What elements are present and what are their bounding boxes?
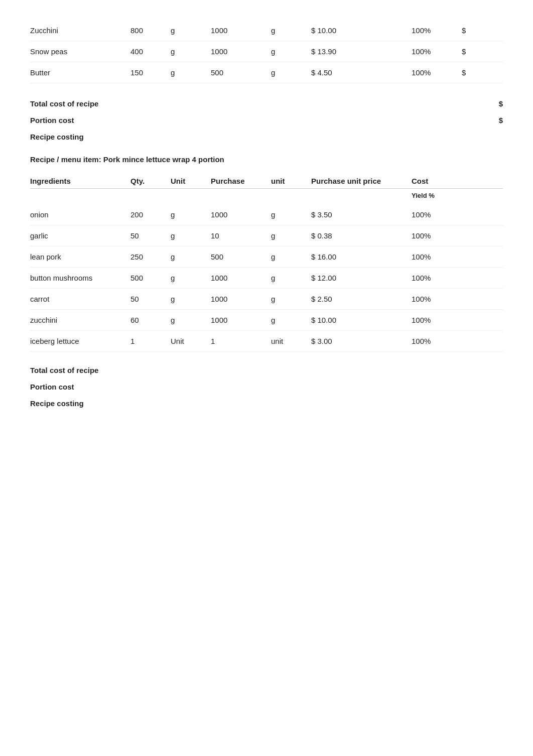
- top-table-body: Zucchini 800 g 1000 g $ 10.00 100% $ Sno…: [30, 20, 503, 83]
- unit: g: [171, 231, 211, 240]
- qty: 500: [130, 274, 171, 282]
- unit: g: [171, 47, 211, 56]
- second-total-cost-row: Total cost of recipe: [30, 362, 503, 379]
- table-row: onion 200 g 1000 g $ 3.50 100%: [30, 204, 503, 225]
- yield-subheader: Yield %: [30, 189, 503, 204]
- yield-pct: 100%: [412, 210, 462, 219]
- table-row: carrot 50 g 1000 g $ 2.50 100%: [30, 289, 503, 310]
- unit-price: $ 2.50: [311, 295, 412, 303]
- purchase-unit: g: [271, 316, 311, 324]
- ingredient-name: garlic: [30, 231, 130, 240]
- unit: g: [171, 210, 211, 219]
- purchase-unit: g: [271, 253, 311, 261]
- purchase: 10: [211, 231, 271, 240]
- qty: 250: [130, 253, 171, 261]
- table-row: iceberg lettuce 1 Unit 1 unit $ 3.00 100…: [30, 331, 503, 352]
- yield-pct: 100%: [412, 26, 462, 35]
- purchase: 500: [211, 68, 271, 77]
- ingredient-name: Zucchini: [30, 26, 130, 35]
- header-qty: Qty.: [130, 177, 171, 185]
- unit: g: [171, 295, 211, 303]
- unit-price: $ 10.00: [311, 26, 412, 35]
- second-total-cost-label: Total cost of recipe: [30, 366, 98, 374]
- second-table-body: onion 200 g 1000 g $ 3.50 100% garlic 50…: [30, 204, 503, 352]
- top-recipe-costing: Recipe costing: [30, 129, 503, 145]
- purchase-unit: g: [271, 210, 311, 219]
- cost: $: [462, 68, 502, 77]
- unit-price: $ 12.00: [311, 274, 412, 282]
- qty: 60: [130, 316, 171, 324]
- second-recipe-costing: Recipe costing: [30, 395, 503, 412]
- table-row: Butter 150 g 500 g $ 4.50 100% $: [30, 62, 503, 83]
- purchase-unit: g: [271, 47, 311, 56]
- purchase-unit: g: [271, 231, 311, 240]
- qty: 50: [130, 295, 171, 303]
- top-portion-cost-value: $: [499, 116, 503, 124]
- header-unit: Unit: [171, 177, 211, 185]
- top-recipe-costing-label: Recipe costing: [30, 133, 84, 141]
- purchase-unit: g: [271, 274, 311, 282]
- yield-pct: 100%: [412, 231, 462, 240]
- purchase: 1000: [211, 295, 271, 303]
- unit: g: [171, 26, 211, 35]
- unit: g: [171, 253, 211, 261]
- ingredient-name: iceberg lettuce: [30, 337, 130, 345]
- ingredient-name: zucchini: [30, 316, 130, 324]
- header-purchase: Purchase: [211, 177, 271, 185]
- second-portion-cost-row: Portion cost: [30, 379, 503, 395]
- header-cost: Cost: [412, 177, 462, 185]
- purchase-unit: unit: [271, 337, 311, 345]
- qty: 1: [130, 337, 171, 345]
- top-portion-cost-row: Portion cost $: [30, 112, 503, 129]
- qty: 150: [130, 68, 171, 77]
- table-row: Snow peas 400 g 1000 g $ 13.90 100% $: [30, 41, 503, 62]
- header-purchase-unit-price: Purchase unit price: [311, 177, 412, 185]
- purchase: 1000: [211, 26, 271, 35]
- qty: 50: [130, 231, 171, 240]
- unit-price: $ 16.00: [311, 253, 412, 261]
- purchase: 1000: [211, 210, 271, 219]
- yield-pct: 100%: [412, 337, 462, 345]
- header-ingredients: Ingredients: [30, 177, 130, 185]
- purchase-unit: g: [271, 26, 311, 35]
- unit: g: [171, 68, 211, 77]
- purchase: 1000: [211, 316, 271, 324]
- table-row: lean pork 250 g 500 g $ 16.00 100%: [30, 246, 503, 268]
- table-row: garlic 50 g 10 g $ 0.38 100%: [30, 225, 503, 246]
- top-total-cost-value: $: [499, 99, 503, 108]
- qty: 800: [130, 26, 171, 35]
- yield-pct: 100%: [412, 316, 462, 324]
- top-table: Zucchini 800 g 1000 g $ 10.00 100% $ Sno…: [30, 20, 503, 145]
- unit-price: $ 13.90: [311, 47, 412, 56]
- top-portion-cost-label: Portion cost: [30, 116, 74, 124]
- top-total-cost-row: Total cost of recipe $: [30, 95, 503, 112]
- recipe-title: Recipe / menu item: Pork mince lettuce w…: [30, 155, 503, 164]
- purchase: 500: [211, 253, 271, 261]
- purchase: 1000: [211, 274, 271, 282]
- ingredient-name: Snow peas: [30, 47, 130, 56]
- second-summary: Total cost of recipe Portion cost Recipe…: [30, 362, 503, 412]
- purchase: 1000: [211, 47, 271, 56]
- unit-price: $ 10.00: [311, 316, 412, 324]
- top-total-cost-label: Total cost of recipe: [30, 99, 98, 108]
- ingredient-name: Butter: [30, 68, 130, 77]
- purchase: 1: [211, 337, 271, 345]
- yield-pct: 100%: [412, 274, 462, 282]
- unit-price: $ 0.38: [311, 231, 412, 240]
- yield-pct: 100%: [412, 295, 462, 303]
- yield-pct: 100%: [412, 47, 462, 56]
- yield-pct: 100%: [412, 253, 462, 261]
- yield-pct-label: Yield %: [412, 192, 462, 199]
- purchase-unit: g: [271, 68, 311, 77]
- unit: g: [171, 316, 211, 324]
- second-portion-cost-label: Portion cost: [30, 383, 74, 391]
- purchase-unit: g: [271, 295, 311, 303]
- qty: 400: [130, 47, 171, 56]
- unit-price: $ 4.50: [311, 68, 412, 77]
- header-yield: [462, 177, 502, 185]
- table-header: Ingredients Qty. Unit Purchase unit Purc…: [30, 172, 503, 189]
- unit-price: $ 3.50: [311, 210, 412, 219]
- unit-price: $ 3.00: [311, 337, 412, 345]
- second-recipe-costing-label: Recipe costing: [30, 399, 84, 408]
- ingredient-name: carrot: [30, 295, 130, 303]
